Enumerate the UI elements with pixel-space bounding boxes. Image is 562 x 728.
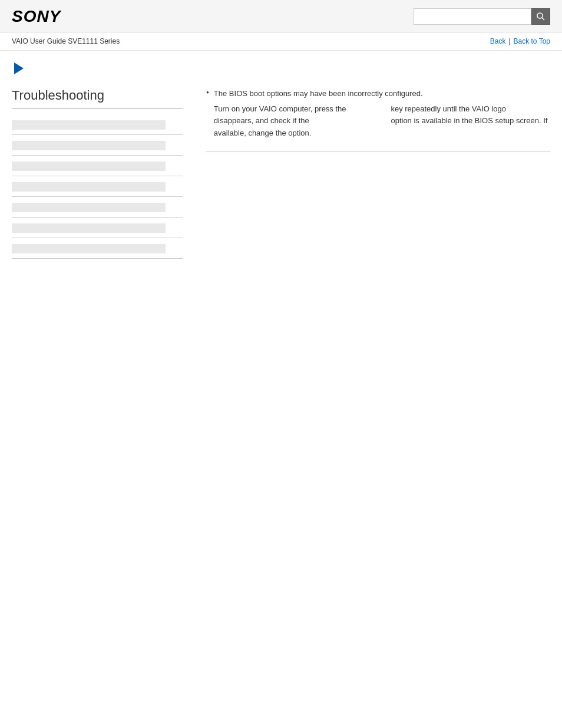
list-item xyxy=(12,135,183,156)
search-area xyxy=(414,8,550,25)
list-item xyxy=(12,176,183,197)
content-columns: Turn on your VAIO computer, press the di… xyxy=(214,103,550,140)
col-right: key repeatedly until the VAIO logo optio… xyxy=(391,103,550,140)
sidebar-link-4[interactable] xyxy=(12,182,166,192)
chevron-area xyxy=(0,51,562,76)
sidebar-link-6[interactable] xyxy=(12,223,166,233)
content-area: ● The BIOS boot options may have been in… xyxy=(194,88,550,713)
nav-links: Back | Back to Top xyxy=(490,37,550,45)
back-link[interactable]: Back xyxy=(490,37,506,45)
sidebar-title: Troubleshooting xyxy=(12,88,183,108)
chevron-right-icon xyxy=(14,62,24,74)
list-item xyxy=(12,114,183,135)
list-item xyxy=(12,218,183,238)
list-item xyxy=(12,238,183,259)
bullet-dot: ● xyxy=(206,89,209,140)
sidebar-link-1[interactable] xyxy=(12,120,166,130)
page-header: SONY xyxy=(0,0,562,32)
sony-logo: SONY xyxy=(12,7,61,26)
bullet-item: ● The BIOS boot options may have been in… xyxy=(206,88,550,140)
footer: © 2012 Sony Corporation xyxy=(0,724,562,728)
main-content: Troubleshooting xyxy=(0,76,562,724)
search-input[interactable] xyxy=(414,8,531,25)
content-divider xyxy=(206,151,550,152)
search-button[interactable] xyxy=(531,8,550,25)
search-icon xyxy=(536,12,546,21)
bullet-section: ● The BIOS boot options may have been in… xyxy=(206,88,550,140)
sidebar-link-7[interactable] xyxy=(12,244,166,253)
svg-line-1 xyxy=(542,18,544,20)
sidebar: Troubleshooting xyxy=(12,88,194,713)
sidebar-link-5[interactable] xyxy=(12,203,166,212)
sidebar-links xyxy=(12,114,183,259)
bullet-text: The BIOS boot options may have been inco… xyxy=(214,88,550,140)
col-left: Turn on your VAIO computer, press the di… xyxy=(214,103,373,140)
guide-title: VAIO User Guide SVE1111 Series xyxy=(12,37,120,45)
sidebar-link-2[interactable] xyxy=(12,141,166,150)
bullet-title: The BIOS boot options may have been inco… xyxy=(214,88,550,100)
breadcrumb-bar: VAIO User Guide SVE1111 Series Back | Ba… xyxy=(0,32,562,51)
svg-point-0 xyxy=(537,13,543,18)
list-item xyxy=(12,197,183,218)
list-item xyxy=(12,156,183,176)
back-to-top-link[interactable]: Back to Top xyxy=(514,37,550,45)
separator: | xyxy=(508,37,510,45)
sidebar-link-3[interactable] xyxy=(12,162,166,171)
